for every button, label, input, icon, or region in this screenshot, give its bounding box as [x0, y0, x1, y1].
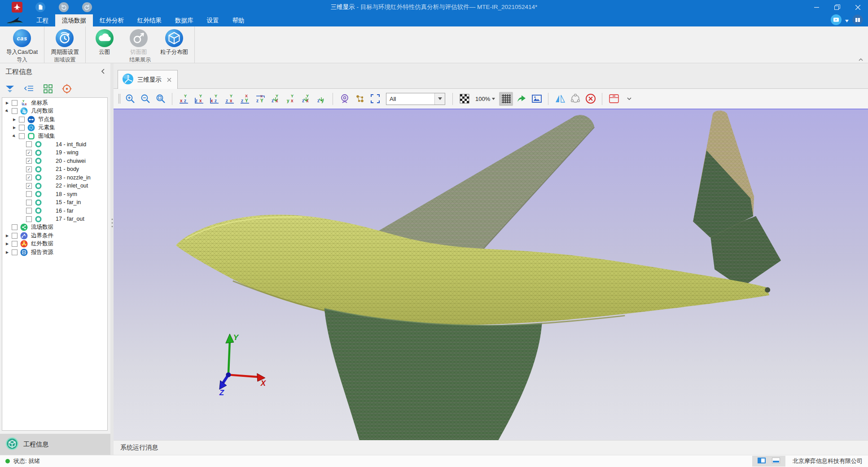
mirror-icon[interactable]: [553, 92, 567, 106]
visibility-checkbox[interactable]: ✓: [26, 150, 32, 156]
expand-arrow-icon[interactable]: ▶: [4, 234, 10, 238]
menu-item-6[interactable]: 帮助: [226, 14, 251, 26]
grid-view-icon[interactable]: [42, 83, 54, 95]
tree-item-9[interactable]: ✓23 - nozzle_in: [2, 174, 107, 182]
manual-icon[interactable]: [852, 14, 864, 27]
tree-item-4[interactable]: ▶面域集: [2, 132, 107, 140]
menu-item-4[interactable]: 数据库: [168, 14, 200, 26]
visibility-checkbox[interactable]: [26, 208, 32, 214]
menu-item-5[interactable]: 设置: [200, 14, 226, 26]
select-region-icon[interactable]: [368, 92, 382, 106]
tree-item-6[interactable]: ✓19 - wing: [2, 148, 107, 157]
video-help-icon[interactable]: [830, 14, 842, 27]
layout-left-icon[interactable]: [758, 458, 766, 465]
expand-arrow-icon[interactable]: ▶: [4, 101, 10, 105]
ribbon-button-cloud[interactable]: 云图: [88, 28, 122, 56]
clear-view-icon[interactable]: [583, 92, 597, 106]
visibility-checkbox[interactable]: [26, 200, 32, 205]
visibility-checkbox[interactable]: ✓: [26, 158, 32, 164]
new-doc-icon[interactable]: [35, 2, 46, 13]
visibility-checkbox[interactable]: ✓: [26, 183, 32, 189]
mesh-toggle-icon[interactable]: [499, 92, 513, 106]
view-front-icon[interactable]: Yxz: [177, 92, 191, 106]
visibility-checkbox[interactable]: [12, 241, 18, 247]
view-iso-2-icon[interactable]: Yyx: [284, 92, 298, 106]
project-info-button[interactable]: 工程信息: [0, 434, 110, 455]
expand-arrow-icon[interactable]: ▶: [4, 250, 10, 254]
expand-arrow-icon[interactable]: ▶: [11, 118, 18, 122]
visibility-checkbox[interactable]: [12, 108, 18, 114]
display-filter-combobox[interactable]: All: [386, 93, 445, 105]
splitter-handle[interactable]: [111, 218, 113, 228]
tree-item-17[interactable]: ▶红外数据: [2, 240, 107, 249]
ribbon-button-cas[interactable]: cas导入Cas/Dat: [2, 28, 42, 56]
app-icon[interactable]: [12, 2, 22, 13]
tree-item-0[interactable]: ▶Yzx坐标系: [2, 99, 107, 107]
expand-arrow-icon[interactable]: ▶: [11, 126, 18, 130]
view-iso-3-icon[interactable]: Yzx: [299, 92, 313, 106]
tree-item-15[interactable]: 流场数据: [2, 223, 107, 232]
export-package-icon[interactable]: [607, 92, 621, 106]
tree-item-8[interactable]: ✓21 - body: [2, 165, 107, 174]
visibility-checkbox[interactable]: [19, 133, 25, 139]
combobox-dropdown-icon[interactable]: [434, 93, 445, 105]
dropdown-caret-icon[interactable]: [845, 17, 849, 24]
layout-bottom-icon[interactable]: [772, 458, 780, 465]
collapse-panel-icon[interactable]: [101, 68, 105, 76]
zoom-in-icon[interactable]: [123, 92, 137, 106]
ribbon-collapse-icon[interactable]: [858, 57, 864, 62]
collapse-arrow-icon[interactable]: ▶: [11, 132, 18, 140]
cloud-compare-icon[interactable]: [568, 92, 582, 106]
view-bottom-icon[interactable]: xzY: [253, 92, 267, 106]
restore-button[interactable]: [827, 0, 847, 14]
tree-item-14[interactable]: 17 - far_out: [2, 215, 107, 223]
more-dropdown-icon[interactable]: [622, 92, 636, 106]
snapshot-icon[interactable]: [530, 92, 544, 106]
transparency-icon[interactable]: [457, 92, 471, 106]
filter-icon[interactable]: [4, 83, 16, 95]
tree-item-7[interactable]: ✓20 - chuiwei: [2, 157, 107, 166]
visibility-checkbox[interactable]: ✓: [26, 175, 32, 180]
tree-item-16[interactable]: ▶边界条件: [2, 231, 107, 240]
visibility-checkbox[interactable]: [26, 191, 32, 197]
menu-item-2[interactable]: 红外分析: [93, 14, 131, 26]
menu-item-1[interactable]: 流场数据: [55, 14, 93, 26]
outline-list-icon[interactable]: [23, 83, 35, 95]
collapse-arrow-icon[interactable]: ▶: [4, 108, 11, 115]
probe-icon[interactable]: [338, 92, 351, 106]
view-back-icon[interactable]: Yzx: [192, 92, 206, 106]
visibility-checkbox[interactable]: [19, 125, 25, 131]
tab-close-icon[interactable]: [167, 78, 171, 82]
undo-icon[interactable]: [58, 2, 69, 13]
zoom-level-dropdown[interactable]: 100%: [473, 96, 498, 102]
visibility-checkbox[interactable]: [12, 233, 18, 239]
visibility-checkbox[interactable]: [26, 141, 32, 147]
visibility-checkbox[interactable]: [26, 216, 32, 222]
visibility-checkbox[interactable]: [12, 100, 18, 106]
view-top-icon[interactable]: XzY: [238, 92, 252, 106]
visibility-checkbox[interactable]: [12, 249, 18, 255]
expand-arrow-icon[interactable]: ▶: [4, 242, 10, 246]
minimize-button[interactable]: [806, 0, 827, 14]
close-button[interactable]: [847, 0, 868, 14]
tree-item-12[interactable]: 15 - far_in: [2, 198, 107, 207]
locate-target-icon[interactable]: [61, 83, 73, 95]
view-iso-1-icon[interactable]: Yzx: [268, 92, 282, 106]
menu-item-0[interactable]: 工程: [30, 14, 55, 26]
particle-trace-icon[interactable]: [353, 92, 367, 106]
viewport-3d[interactable]: Y X Z: [114, 109, 868, 440]
tree-item-1[interactable]: ▶几何数据: [2, 107, 107, 116]
tree-item-18[interactable]: ▶报告资源: [2, 248, 107, 257]
tree-item-3[interactable]: ▶元素集: [2, 124, 107, 132]
ribbon-button-clock[interactable]: 周期面设置: [46, 28, 83, 56]
panel-splitter[interactable]: [110, 63, 114, 455]
ribbon-button-cube[interactable]: 粒子分布图: [156, 28, 193, 56]
zoom-out-icon[interactable]: [138, 92, 152, 106]
redo-icon[interactable]: [82, 2, 92, 13]
toolbar-grip[interactable]: [117, 93, 122, 105]
tree-item-11[interactable]: 18 - sym: [2, 190, 107, 199]
zoom-fit-icon[interactable]: [153, 92, 167, 106]
visibility-checkbox[interactable]: [12, 224, 18, 230]
menu-item-3[interactable]: 红外结果: [131, 14, 168, 26]
visibility-checkbox[interactable]: [19, 117, 25, 122]
